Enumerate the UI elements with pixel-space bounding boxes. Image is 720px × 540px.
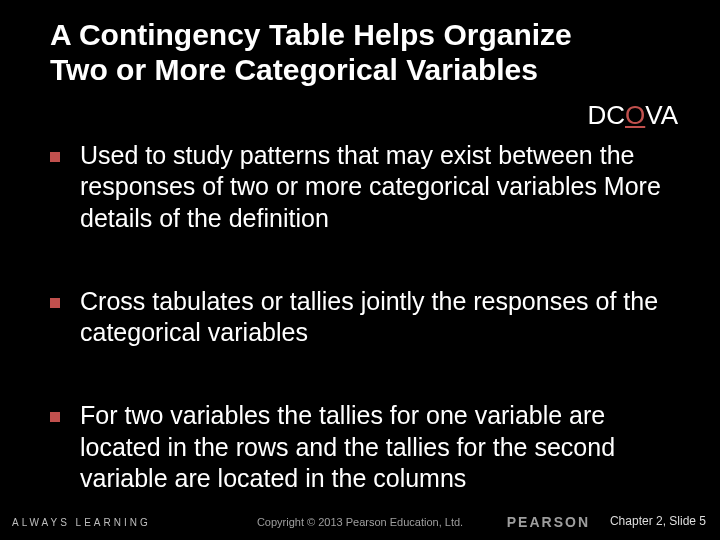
bullet-icon — [50, 412, 60, 422]
bullet-text: For two variables the tallies for one va… — [80, 400, 670, 494]
dcova-highlight: O — [625, 100, 645, 130]
bullet-text: Cross tabulates or tallies jointly the r… — [80, 286, 670, 349]
copyright-label: Copyright © 2013 Pearson Education, Ltd. — [180, 516, 540, 528]
dcova-pre: DC — [587, 100, 625, 130]
always-learning-label: ALWAYS LEARNING — [12, 517, 151, 528]
list-item: Cross tabulates or tallies jointly the r… — [50, 286, 670, 349]
list-item: Used to study patterns that may exist be… — [50, 140, 670, 234]
footer: ALWAYS LEARNING Copyright © 2013 Pearson… — [0, 510, 720, 534]
dcova-label: DCOVA — [587, 100, 678, 131]
chapter-slide-label: Chapter 2, Slide 5 — [610, 514, 706, 528]
slide-title: A Contingency Table Helps Organize Two o… — [50, 18, 610, 87]
bullet-icon — [50, 152, 60, 162]
body-area: Used to study patterns that may exist be… — [50, 140, 670, 494]
list-item: For two variables the tallies for one va… — [50, 400, 670, 494]
bullet-text: Used to study patterns that may exist be… — [80, 140, 670, 234]
dcova-post: VA — [645, 100, 678, 130]
slide: A Contingency Table Helps Organize Two o… — [0, 0, 720, 540]
pearson-brand: PEARSON — [507, 514, 590, 530]
bullet-icon — [50, 298, 60, 308]
